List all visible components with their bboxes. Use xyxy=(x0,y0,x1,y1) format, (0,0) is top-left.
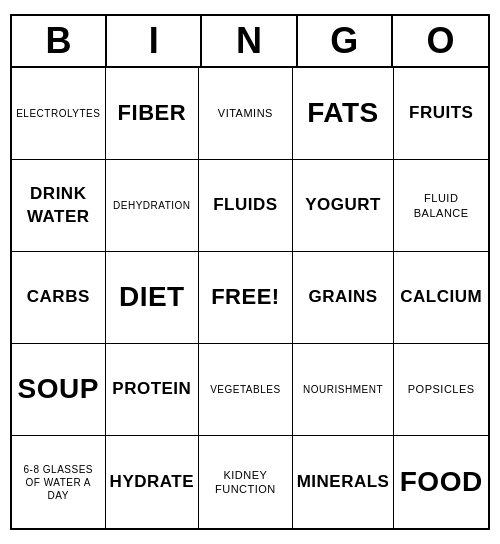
bingo-cell: Free! xyxy=(199,252,293,344)
bingo-cell: VEGETABLES xyxy=(199,344,293,436)
cell-label: GRAINS xyxy=(308,286,377,308)
header-letter: I xyxy=(107,16,202,66)
bingo-cell: FATS xyxy=(293,68,395,160)
cell-label: CALCIUM xyxy=(400,286,482,308)
bingo-cell: FRUITS xyxy=(394,68,488,160)
header-letter: B xyxy=(12,16,107,66)
bingo-cell: DEHYDRATION xyxy=(106,160,200,252)
bingo-cell: POPSICLES xyxy=(394,344,488,436)
cell-label: DEHYDRATION xyxy=(113,199,191,212)
cell-label: ELECTROLYTES xyxy=(16,107,100,120)
header-letter: O xyxy=(393,16,488,66)
cell-label: SOUP xyxy=(18,371,99,407)
bingo-cell: DRINK WATER xyxy=(12,160,106,252)
bingo-cell: FLUID BALANCE xyxy=(394,160,488,252)
cell-label: KIDNEY FUNCTION xyxy=(203,468,288,497)
cell-label: DRINK WATER xyxy=(16,183,101,227)
cell-label: MINERALS xyxy=(297,471,390,493)
cell-label: YOGURT xyxy=(305,194,381,216)
bingo-cell: GRAINS xyxy=(293,252,395,344)
bingo-cell: YOGURT xyxy=(293,160,395,252)
cell-label: PROTEIN xyxy=(112,378,191,400)
bingo-header: BINGO xyxy=(12,16,488,68)
cell-label: CARBS xyxy=(27,286,90,308)
bingo-cell: MINERALS xyxy=(293,436,395,528)
header-letter: G xyxy=(298,16,393,66)
bingo-cell: HYDRATE xyxy=(106,436,200,528)
cell-label: Free! xyxy=(211,283,280,312)
bingo-card: BINGO ELECTROLYTESFIBERVITAMINSFATSFRUIT… xyxy=(10,14,490,530)
bingo-cell: PROTEIN xyxy=(106,344,200,436)
bingo-cell: FIBER xyxy=(106,68,200,160)
bingo-cell: FLUIDS xyxy=(199,160,293,252)
cell-label: FLUIDS xyxy=(213,194,277,216)
cell-label: NOURISHMENT xyxy=(303,383,383,396)
cell-label: HYDRATE xyxy=(110,471,194,493)
bingo-cell: SOUP xyxy=(12,344,106,436)
bingo-grid: ELECTROLYTESFIBERVITAMINSFATSFRUITSDRINK… xyxy=(12,68,488,528)
bingo-cell: FOOD xyxy=(394,436,488,528)
bingo-cell: CARBS xyxy=(12,252,106,344)
cell-label: DIET xyxy=(119,279,185,315)
cell-label: VITAMINS xyxy=(218,106,273,120)
cell-label: 6-8 GLASSES OF WATER A DAY xyxy=(16,463,101,502)
cell-label: POPSICLES xyxy=(408,382,475,396)
cell-label: FRUITS xyxy=(409,102,473,124)
cell-label: FLUID BALANCE xyxy=(398,191,484,220)
bingo-cell: DIET xyxy=(106,252,200,344)
cell-label: FATS xyxy=(307,95,378,131)
bingo-cell: VITAMINS xyxy=(199,68,293,160)
header-letter: N xyxy=(202,16,297,66)
cell-label: VEGETABLES xyxy=(210,383,280,396)
bingo-cell: NOURISHMENT xyxy=(293,344,395,436)
bingo-cell: KIDNEY FUNCTION xyxy=(199,436,293,528)
cell-label: FIBER xyxy=(118,99,187,128)
bingo-cell: ELECTROLYTES xyxy=(12,68,106,160)
bingo-cell: 6-8 GLASSES OF WATER A DAY xyxy=(12,436,106,528)
bingo-cell: CALCIUM xyxy=(394,252,488,344)
cell-label: FOOD xyxy=(400,464,483,500)
